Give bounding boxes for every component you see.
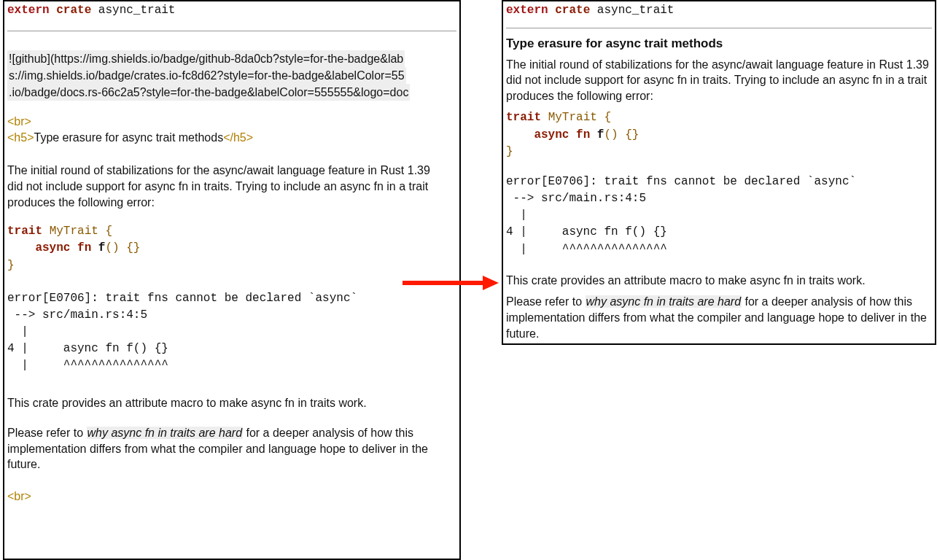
refer-a-r: Please refer to	[506, 295, 586, 308]
h5-close: </h5>	[223, 131, 253, 144]
intro-para: The initial round of stabilizations for …	[7, 163, 445, 210]
code-trait-block: trait MyTrait { async fn f() {} }	[7, 223, 456, 274]
comparison-stage: extern crate async_trait ![github](https…	[0, 0, 937, 560]
refer-a: Please refer to	[7, 427, 87, 439]
badge-line-2: s://img.shields.io/badge/crates.io-fc8d6…	[7, 67, 406, 84]
badge-line-1: ![github](https://img.shields.io/badge/g…	[7, 50, 405, 67]
refer-link-r[interactable]: why async fn in traits are hard	[586, 295, 742, 308]
source-panel-inner: extern crate async_trait ![github](https…	[4, 1, 459, 508]
intro-para-r: The initial round of stabilizations for …	[506, 57, 929, 104]
kw-extern-r: extern	[506, 4, 548, 17]
tok-async: async	[35, 241, 70, 254]
code-trait-block-r: trait MyTrait { async fn f() {} }	[506, 109, 932, 160]
tok-async-r: async	[534, 128, 569, 141]
tok-fn-kw: fn	[77, 241, 91, 254]
raw-br-tag: <br>	[7, 114, 456, 130]
divider	[7, 31, 456, 31]
compiler-error-block-r: error[E0706]: trait fns cannot be declar…	[506, 174, 932, 258]
h5-title-text: Type erasure for async trait methods	[34, 131, 223, 144]
tok-trait-r: trait	[506, 111, 541, 124]
crate-decl: extern crate async_trait	[7, 3, 456, 22]
tok-trait: trait	[7, 225, 42, 238]
para-refer-r: Please refer to why async fn in traits a…	[506, 294, 929, 341]
badge-markdown-block: ![github](https://img.shields.io/badge/g…	[7, 50, 456, 101]
kw-crate-r: crate	[555, 4, 590, 17]
raw-h5-line: <h5>Type erasure for async trait methods…	[7, 130, 456, 146]
tok-fn-rest: () {}	[105, 241, 140, 254]
crate-ident: async_trait	[98, 4, 176, 17]
tok-brace-close-r: }	[506, 145, 513, 158]
tok-fn-kw-r: fn	[576, 128, 590, 141]
tok-fn-name: f	[98, 241, 106, 254]
para-attr-macro-r: This crate provides an attribute macro t…	[506, 273, 932, 289]
indent-r	[506, 128, 534, 141]
tok-brace-open-r: {	[604, 111, 611, 124]
refer-link[interactable]: why async fn in traits are hard	[87, 427, 244, 439]
para-refer: Please refer to why async fn in traits a…	[7, 425, 445, 472]
h5-open: <h5>	[7, 131, 34, 144]
tok-brace-close: }	[7, 259, 15, 272]
source-panel: extern crate async_trait ![github](https…	[3, 0, 461, 560]
compiler-error-block: error[E0706]: trait fns cannot be declar…	[7, 290, 456, 375]
rendered-panel-inner: extern crate async_trait Type erasure fo…	[503, 1, 935, 345]
crate-ident-r: async_trait	[597, 4, 674, 17]
badge-line-3: .io/badge/docs.rs-66c2a5?style=for-the-b…	[7, 84, 410, 101]
tok-brace-open: {	[105, 225, 112, 238]
tok-type-name-r: MyTrait	[548, 111, 597, 124]
rendered-panel: extern crate async_trait Type erasure fo…	[502, 0, 936, 345]
tok-fn-name-r: f	[597, 128, 604, 141]
indent	[7, 241, 35, 254]
divider-r	[506, 28, 932, 28]
rendered-h5-title: Type erasure for async trait methods	[506, 36, 932, 52]
raw-br-tag-2: <br>	[7, 489, 456, 505]
kw-crate: crate	[56, 4, 91, 17]
para-attr-macro: This crate provides an attribute macro t…	[7, 395, 456, 411]
tok-type-name: MyTrait	[50, 225, 98, 238]
crate-decl-rendered: extern crate async_trait	[506, 3, 932, 22]
kw-extern: extern	[7, 4, 50, 17]
tok-fn-rest-r: () {}	[604, 128, 639, 141]
